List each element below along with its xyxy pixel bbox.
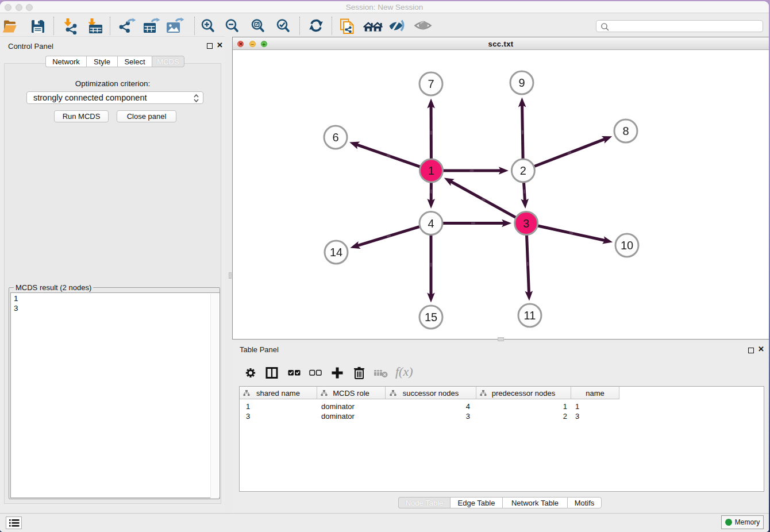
svg-text:11: 11 bbox=[524, 309, 536, 322]
svg-text:14: 14 bbox=[330, 246, 342, 259]
svg-text:8: 8 bbox=[622, 125, 629, 137]
svg-text:3: 3 bbox=[523, 217, 529, 230]
svg-text:9: 9 bbox=[518, 76, 525, 89]
svg-text:6: 6 bbox=[332, 131, 338, 144]
svg-text:10: 10 bbox=[621, 239, 633, 252]
svg-text:4: 4 bbox=[428, 217, 434, 230]
svg-text:15: 15 bbox=[425, 311, 437, 323]
svg-text:2: 2 bbox=[520, 164, 526, 177]
svg-text:7: 7 bbox=[428, 78, 434, 90]
svg-text:1: 1 bbox=[428, 164, 434, 177]
